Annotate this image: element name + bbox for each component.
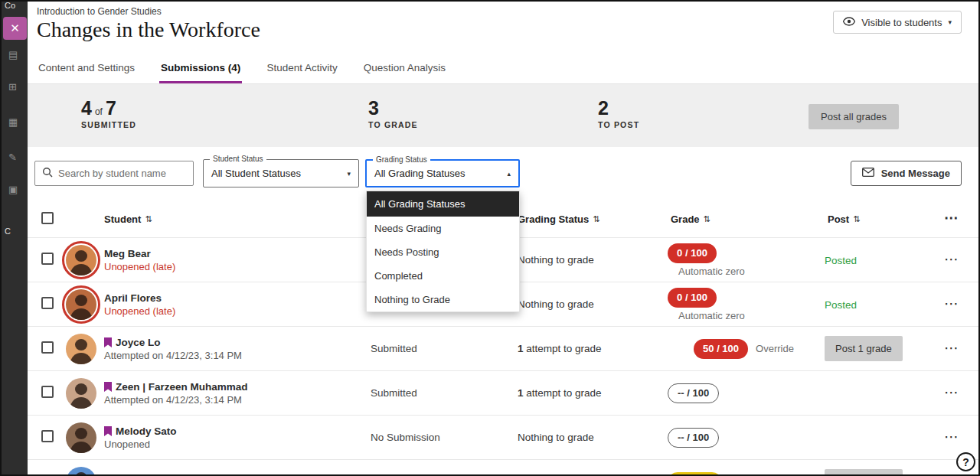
submission-subtext: Attempted on 4/12/23, 3:14 PM (104, 394, 371, 406)
grade-cell: 0 / 100Automatic zero (663, 288, 820, 321)
avatar (62, 285, 100, 324)
student-status-value: All Student Statuses (211, 168, 301, 179)
post-grade-button[interactable]: Post 1 grade (825, 469, 903, 476)
filter-bar: Student Status All Student Statuses ▾ Gr… (28, 147, 978, 201)
dropdown-option[interactable]: All Grading Statuses (367, 191, 519, 217)
dropdown-option[interactable]: Completed (367, 264, 519, 288)
student-name[interactable]: Meg Bear (104, 248, 151, 259)
flag-icon (104, 426, 112, 436)
sidebar-tool-icon-2[interactable]: ⊞ (8, 81, 17, 93)
send-message-label: Send Message (881, 168, 950, 179)
row-checkbox[interactable] (41, 386, 54, 398)
submission-status: Submitted (371, 343, 518, 354)
avatar (62, 419, 100, 457)
help-button[interactable]: ? (956, 452, 975, 471)
row-overflow-menu[interactable]: ⋯ (944, 473, 959, 476)
dropdown-option[interactable]: Needs Grading (367, 217, 519, 240)
dropdown-option[interactable]: Nothing to Grade (367, 288, 519, 311)
row-checkbox[interactable] (41, 341, 54, 354)
table-row: Zeen | Farzeen MuhammadAttempted on 4/12… (28, 370, 978, 415)
tab-content-and-settings[interactable]: Content and Settings (37, 54, 136, 83)
sidebar-tool-icon-5[interactable]: ▣ (8, 184, 18, 195)
flag-icon (104, 382, 112, 392)
tab-question-analysis[interactable]: Question Analysis (362, 54, 447, 83)
stat-to-grade: 3 TO GRADE (368, 97, 418, 129)
rail-peek-text-top: Co (5, 1, 15, 10)
tab-student-activity[interactable]: Student Activity (265, 54, 338, 83)
grading-status-cell: Nothing to grade (518, 298, 663, 310)
avatar (62, 463, 100, 476)
chevron-down-icon: ▾ (347, 170, 351, 178)
envelope-icon (862, 168, 874, 179)
stat-to-post: 2 TO POST (598, 97, 639, 129)
row-checkbox[interactable] (41, 253, 54, 265)
search-box (34, 161, 194, 186)
left-rail: Co ▤ ⊞ ▦ ✎ ▣ C (2, 2, 28, 474)
eye-icon (843, 17, 855, 28)
posted-label: Posted (825, 255, 857, 266)
student-name[interactable]: Melody Sato (116, 425, 177, 437)
sort-icon: ⇅ (593, 214, 599, 224)
grading-status-cell: Nothing to grade (518, 254, 663, 266)
post-grade-button[interactable]: Post 1 grade (825, 336, 903, 361)
stat-submitted: 4 of 7 SUBMITTED (81, 97, 136, 129)
submission-status: Submitted (371, 387, 518, 399)
search-input[interactable] (58, 168, 186, 179)
avatar (62, 374, 100, 412)
grade-pill[interactable]: 0 / 100 (668, 243, 717, 263)
grade-pill[interactable]: 0 / 100 (668, 288, 717, 308)
sidebar-tool-icon-1[interactable]: ▤ (8, 49, 18, 60)
chevron-up-icon: ▴ (507, 170, 511, 178)
submitted-total: 7 (106, 97, 116, 119)
sidebar-tool-icon-4[interactable]: ✎ (8, 152, 17, 163)
student-name[interactable]: April Flores (104, 292, 162, 304)
table-overflow-menu[interactable]: ⋯ (944, 210, 959, 226)
search-icon (42, 167, 53, 181)
sort-icon: ⇅ (853, 214, 860, 224)
row-overflow-menu[interactable]: ⋯ (944, 384, 959, 400)
grade-pill[interactable]: -- / 100 (668, 383, 719, 403)
submission-subtext: Unopened (104, 439, 371, 450)
submitted-count: 4 (81, 97, 92, 119)
student-status-select[interactable]: Student Status All Student Statuses ▾ (203, 159, 359, 187)
grade-pill[interactable]: -- / 100 (668, 428, 719, 448)
select-all-checkbox[interactable] (41, 212, 54, 224)
student-name[interactable]: Zeen | Farzeen Muhammad (116, 381, 248, 393)
tab-bar: Content and Settings Submissions (4) Stu… (28, 54, 978, 84)
row-overflow-menu[interactable]: ⋯ (944, 429, 959, 445)
column-header-grading-status[interactable]: Grading Status ⇅ (518, 214, 663, 225)
row-overflow-menu[interactable]: ⋯ (944, 251, 959, 267)
app-window: Co ▤ ⊞ ▦ ✎ ▣ C ✕ Introduction to Gender … (0, 0, 980, 476)
close-panel-button[interactable]: ✕ (3, 17, 27, 40)
table-row: Melody SatoUnopenedNo SubmissionNothing … (28, 415, 978, 459)
submission-subtext: Unopened (late) (104, 261, 371, 272)
row-overflow-menu[interactable]: ⋯ (944, 295, 959, 311)
grading-status-cell: 1 attempt to grade (518, 387, 663, 399)
column-header-post[interactable]: Post ⇅ (820, 214, 939, 225)
student-name[interactable]: Joyce Lo (116, 337, 161, 348)
column-header-grade[interactable]: Grade ⇅ (663, 214, 820, 225)
close-icon: ✕ (10, 21, 20, 35)
post-all-grades-button[interactable]: Post all grades (808, 104, 899, 129)
grading-status-select[interactable]: Grading Status All Grading Statuses ▴ (365, 159, 520, 187)
tab-submissions[interactable]: Submissions (4) (159, 54, 242, 83)
send-message-button[interactable]: Send Message (851, 161, 962, 186)
grade-note: Automatic zero (678, 310, 745, 321)
row-checkbox[interactable] (41, 297, 54, 309)
grade-pill[interactable]: 50 / 100 (694, 339, 748, 359)
sidebar-tool-icon-3[interactable]: ▦ (8, 116, 18, 128)
row-overflow-menu[interactable]: ⋯ (944, 340, 959, 356)
posted-label: Posted (825, 299, 857, 311)
grade-pill[interactable]: 70 / 100 (668, 472, 722, 476)
dropdown-option[interactable]: Needs Posting (367, 240, 519, 264)
column-header-student[interactable]: Student ⇅ (104, 214, 371, 225)
submitted-label: SUBMITTED (81, 120, 136, 129)
chevron-down-icon: ▾ (948, 18, 952, 26)
assessment-panel: Introduction to Gender Studies Changes i… (28, 2, 978, 474)
grade-cell: -- / 100 (663, 383, 820, 403)
to-grade-count: 3 (368, 97, 379, 119)
grading-status-label: Grading Status (373, 155, 430, 164)
grading-status-value: All Grading Statuses (374, 168, 466, 179)
visibility-dropdown-button[interactable]: Visible to students ▾ (833, 11, 962, 34)
row-checkbox[interactable] (41, 430, 54, 442)
